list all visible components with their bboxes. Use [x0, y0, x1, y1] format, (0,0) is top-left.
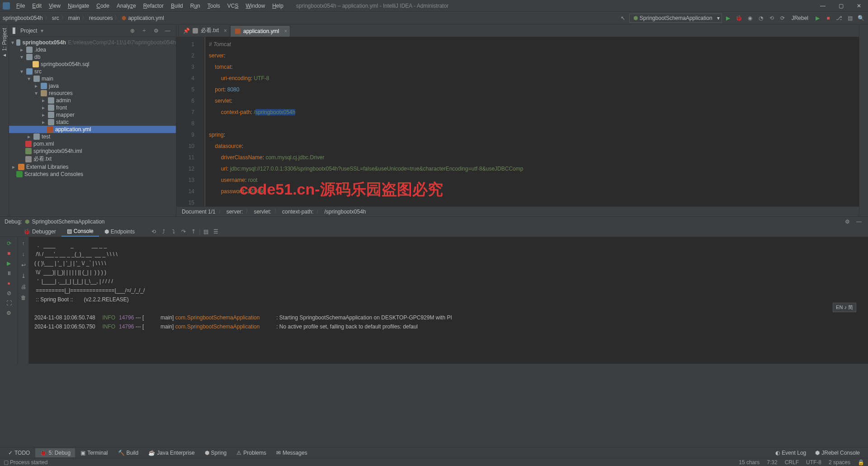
wrap-icon[interactable]: ↩: [19, 261, 28, 270]
close-icon[interactable]: ×: [284, 28, 287, 34]
tree-item[interactable]: main: [42, 76, 53, 82]
back-icon[interactable]: ↖: [618, 14, 627, 23]
hide-icon[interactable]: —: [854, 217, 863, 226]
dbg-tool-icon[interactable]: ▤: [201, 227, 210, 236]
search-button[interactable]: 🔍: [856, 14, 865, 23]
print-icon[interactable]: 🖨: [19, 282, 28, 291]
tree-item[interactable]: pom.xml: [33, 141, 54, 147]
tree-item[interactable]: mapper: [56, 112, 75, 118]
hide-icon[interactable]: —: [163, 26, 172, 35]
tree-item[interactable]: admin: [56, 97, 71, 104]
menu-help[interactable]: Help: [269, 1, 287, 11]
tree-item[interactable]: springbootx054h.sql: [41, 61, 89, 67]
editor-breadcrumb[interactable]: Document 1/1 〉server: 〉servlet: 〉context…: [176, 206, 859, 216]
bottom-tab-javaee[interactable]: ☕ Java Enterprise: [144, 448, 199, 457]
editor-body[interactable]: 123456789101112131415 # Tomcat server: t…: [176, 37, 859, 206]
tree-item-selected[interactable]: application.yml: [9, 126, 176, 133]
pause-icon[interactable]: ⏸: [5, 269, 14, 278]
lock-icon[interactable]: 🔒: [858, 459, 864, 466]
scroll-icon[interactable]: ⤓: [19, 271, 28, 281]
project-tool-tab[interactable]: ▸ 1: Project: [0, 24, 9, 62]
bottom-tab-build[interactable]: 🔨 Build: [113, 448, 143, 457]
bottom-tab-messages[interactable]: ✉ Messages: [272, 448, 312, 457]
up-icon[interactable]: ↑: [19, 239, 28, 248]
tree-root[interactable]: springbootx054h: [22, 39, 66, 46]
breadcrumb-item[interactable]: springbootx054h: [3, 15, 43, 21]
bottom-tab-eventlog[interactable]: ◐ Event Log: [771, 448, 811, 457]
breadcrumb-item[interactable]: src: [52, 15, 59, 21]
tree-item[interactable]: static: [56, 119, 69, 125]
run-button[interactable]: ▶: [724, 14, 733, 23]
tree-item[interactable]: resources: [49, 90, 73, 96]
tree-item[interactable]: test: [42, 133, 50, 140]
menu-window[interactable]: Window: [242, 1, 269, 11]
dbg-tool-icon[interactable]: ⤴: [159, 227, 168, 236]
menu-edit[interactable]: Edit: [28, 1, 45, 11]
close-button[interactable]: ✕: [850, 0, 868, 12]
fold-gutter[interactable]: [199, 37, 205, 206]
sync-icon[interactable]: ⊕: [128, 26, 137, 35]
menu-view[interactable]: View: [45, 1, 64, 11]
project-tree[interactable]: ▾springbootx054h E:\releaseComp\24-11\14…: [9, 37, 176, 216]
dbg-tool-icon[interactable]: ⤒: [189, 227, 198, 236]
editor-tab[interactable]: 📌必看.txt×: [178, 24, 230, 37]
settings-icon[interactable]: ⚙: [843, 217, 852, 226]
minimize-button[interactable]: —: [814, 0, 832, 12]
menu-tools[interactable]: Tools: [204, 1, 224, 11]
tree-item[interactable]: db: [34, 54, 40, 60]
resume-icon[interactable]: ▶: [5, 259, 14, 268]
tree-scratches[interactable]: Scratches and Consoles: [24, 171, 83, 177]
down-icon[interactable]: ↓: [19, 250, 28, 259]
bottom-tab-debug[interactable]: 🐞 5: Debug: [35, 448, 75, 457]
layout-icon[interactable]: ⛶: [5, 299, 14, 308]
menu-refactor[interactable]: Refactor: [140, 1, 167, 11]
settings-icon[interactable]: ⚙: [151, 26, 160, 35]
stop-icon[interactable]: ■: [5, 249, 14, 258]
debug-tab-endpoints[interactable]: ⬢Endpoints: [99, 226, 140, 237]
dbg-tool-icon[interactable]: ⟲: [149, 227, 158, 236]
debug-tab-console[interactable]: ▤Console: [61, 226, 99, 237]
breadcrumb-item[interactable]: main: [68, 15, 80, 21]
view-bp-icon[interactable]: ●: [5, 279, 14, 288]
mute-bp-icon[interactable]: ⊘: [5, 289, 14, 298]
dbg-tool-icon[interactable]: ↷: [179, 227, 188, 236]
menu-build[interactable]: Build: [167, 1, 187, 11]
coverage-button[interactable]: ◉: [745, 14, 755, 23]
line-gutter[interactable]: 123456789101112131415: [176, 37, 199, 206]
menu-navigate[interactable]: Navigate: [64, 1, 93, 11]
breadcrumb-item[interactable]: application.yml: [128, 15, 164, 21]
code-area[interactable]: # Tomcat server: tomcat: uri-encoding: U…: [205, 37, 859, 206]
tree-item[interactable]: 必看.txt: [33, 155, 52, 163]
tree-item[interactable]: front: [56, 105, 67, 111]
profile-button[interactable]: ◔: [756, 14, 765, 23]
close-icon[interactable]: ×: [224, 28, 227, 34]
breadcrumb-item[interactable]: resources: [89, 15, 113, 21]
breadcrumb[interactable]: springbootx054h〉 src〉 main〉 resources〉 ⬢…: [3, 14, 164, 22]
tree-item[interactable]: springbootx054h.iml: [33, 148, 82, 154]
tree-item[interactable]: src: [34, 68, 42, 75]
bottom-tab-todo[interactable]: ✓ TODO: [4, 448, 34, 457]
bottom-tab-terminal[interactable]: ▣ Terminal: [76, 448, 112, 457]
tree-item[interactable]: java: [49, 83, 59, 89]
attach-button[interactable]: ⟲: [767, 14, 776, 23]
struct-button[interactable]: ▤: [845, 14, 854, 23]
tree-item[interactable]: .idea: [34, 47, 46, 53]
clear-icon[interactable]: 🗑: [19, 293, 28, 302]
stop-button[interactable]: ■: [824, 14, 833, 23]
bottom-tab-spring[interactable]: ⬢ Spring: [200, 448, 231, 457]
git-button[interactable]: ⎇: [835, 14, 844, 23]
bottom-tab-problems[interactable]: ⚠ Problems: [232, 448, 271, 457]
debug-tab-debugger[interactable]: 🐞Debugger: [18, 226, 61, 237]
collapse-icon[interactable]: ÷: [140, 26, 149, 35]
run-config-select[interactable]: ⬢SpringbootSchemaApplication: [629, 14, 722, 23]
attach2-button[interactable]: ⟳: [778, 14, 787, 23]
dbg-tool-icon[interactable]: ☰: [211, 227, 220, 236]
bottom-tab-jrebel[interactable]: ⬢ JRebel Console: [811, 448, 864, 457]
status-enc[interactable]: UTF-8: [806, 459, 821, 466]
dbg-tool-icon[interactable]: ⤵: [169, 227, 178, 236]
editor-tab-active[interactable]: application.yml×: [230, 25, 290, 37]
menu-analyze[interactable]: Analyze: [113, 1, 140, 11]
console-output[interactable]: . ____ _ __ _ _ /\\ / ___'_ __ _ _(_)_ _…: [29, 237, 868, 364]
status-spaces[interactable]: 2 spaces: [829, 459, 850, 466]
debug-app-name[interactable]: SpringbootSchemaApplication: [32, 219, 105, 225]
